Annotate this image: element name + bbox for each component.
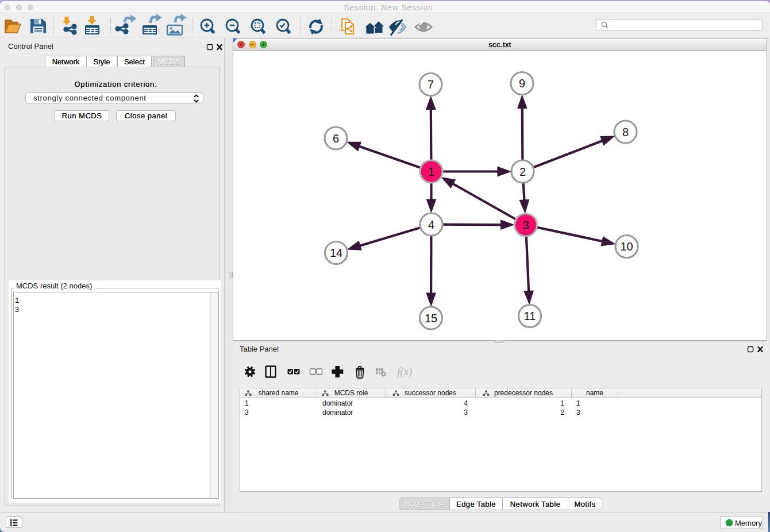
svg-text:15: 15 xyxy=(425,312,437,325)
svg-text:6: 6 xyxy=(333,132,339,145)
svg-text:14: 14 xyxy=(330,246,342,259)
svg-text:11: 11 xyxy=(524,310,536,322)
svg-text:2: 2 xyxy=(519,165,526,178)
svg-text:4: 4 xyxy=(428,218,434,231)
svg-text:7: 7 xyxy=(428,78,434,91)
svg-text:10: 10 xyxy=(620,240,633,253)
svg-text:1: 1 xyxy=(428,165,434,178)
svg-text:9: 9 xyxy=(519,77,525,90)
svg-text:f(x): f(x) xyxy=(397,365,412,378)
svg-text:8: 8 xyxy=(622,126,629,138)
svg-text:3: 3 xyxy=(522,219,529,232)
